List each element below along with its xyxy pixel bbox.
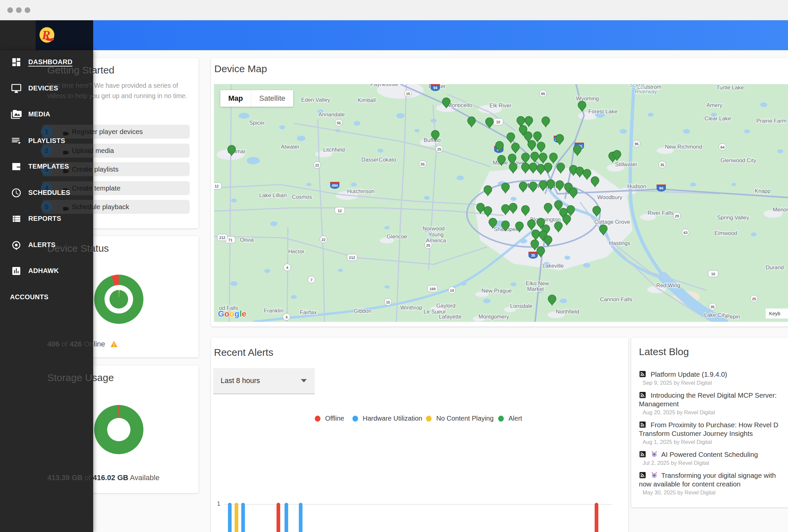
- blog-post[interactable]: Platform Update (1.9.4.0)Sep 9, 2025 by …: [639, 370, 788, 386]
- storage-usage-donut: [94, 405, 143, 454]
- state-route-shield: 7: [308, 276, 315, 283]
- blog-post-title[interactable]: From Proximity to Purchase: How Revel D: [639, 421, 788, 429]
- svg-text:169: 169: [430, 287, 436, 291]
- map-city-label: Lake City: [704, 312, 727, 318]
- chart-bar[interactable]: [277, 503, 280, 532]
- svg-text:22: 22: [321, 238, 326, 242]
- device-status-donut: [94, 275, 143, 324]
- map-city-label: Cottage Grove: [594, 219, 630, 225]
- appbar-accent-bar: [93, 20, 788, 50]
- svg-text:29: 29: [675, 214, 679, 218]
- window-dot: [16, 7, 22, 13]
- blog-post[interactable]: AI Powered Content SchedulingJul 2, 2025…: [639, 450, 788, 466]
- blog-post[interactable]: From Proximity to Purchase: How Revel DT…: [639, 421, 788, 445]
- sidebar-item-templates[interactable]: TEMPLATES: [0, 160, 93, 173]
- map-city-label: Cokato: [379, 157, 396, 163]
- blog-post-title[interactable]: Introducing the Revel Digital MCP Server…: [639, 391, 788, 400]
- blog-post-title[interactable]: AI Powered Content Scheduling: [639, 450, 788, 459]
- sidebar-item-label: DEVICES: [28, 84, 58, 92]
- state-route-shield: 95: [633, 140, 640, 147]
- map-city-label: Market: [527, 286, 544, 292]
- us-route-shield: 12: [335, 207, 345, 214]
- interstate-shield: 494: [330, 182, 339, 189]
- svg-text:55: 55: [337, 121, 341, 125]
- us-route-shield: 12: [214, 183, 222, 189]
- sidebar-item-playlists[interactable]: PLAYLISTS: [0, 134, 93, 148]
- sidebar-item-alerts[interactable]: ALERTS: [0, 239, 93, 252]
- svg-text:15: 15: [406, 92, 410, 96]
- appbar-left-segment: [0, 20, 36, 50]
- state-route-shield: 22: [320, 236, 327, 243]
- us-route-shield: 212: [347, 254, 357, 261]
- nav-menu: DASHBOARDDEVICESMEDIAPLAYLISTSTEMPLATESS…: [0, 50, 93, 532]
- us-route-shield: 10: [493, 118, 503, 125]
- alerts-icon: [11, 240, 22, 250]
- state-route-shield: 35: [709, 303, 716, 310]
- sidebar-item-devices[interactable]: DEVICES: [0, 82, 93, 95]
- svg-text:10: 10: [496, 120, 500, 124]
- revel-digital-dashboard: R Getting Started First time here? We ha…: [0, 0, 788, 532]
- rss-icon: [639, 451, 646, 458]
- templates-icon: [11, 161, 22, 172]
- map-water-label: Scenic: [629, 84, 646, 88]
- chart-bar[interactable]: [228, 503, 232, 532]
- blog-post-list: Platform Update (1.9.4.0)Sep 9, 2025 by …: [639, 370, 788, 501]
- map-city-label: Northfield: [556, 309, 579, 314]
- device-map-card: Device Map BeckerPaynesvilleMonticelloEl…: [211, 58, 788, 327]
- map-city-label: Paynesville: [370, 84, 398, 87]
- state-route-shield: 55: [419, 161, 426, 168]
- state-route-shield: 22: [313, 162, 321, 168]
- robot-icon: [651, 471, 658, 479]
- playlists-icon: [11, 136, 22, 146]
- chart-bar[interactable]: [235, 503, 238, 532]
- nav-drawer: Getting Started First time here? We have…: [0, 50, 93, 532]
- sidebar-item-label: REPORTS: [28, 215, 61, 222]
- map-city-label: Monticello: [447, 102, 472, 108]
- us-route-shield: 212: [217, 234, 227, 241]
- media-icon: [11, 109, 22, 120]
- storage-total: 416.02 GB: [93, 473, 128, 482]
- chart-bar[interactable]: [299, 503, 302, 532]
- map-city-label: Prairie Farm: [756, 118, 787, 124]
- map-city-label: Buffalo: [423, 137, 440, 143]
- svg-text:25: 25: [426, 243, 430, 247]
- sidebar-item-label: DASHBOARD: [28, 58, 73, 66]
- chart-bar[interactable]: [284, 503, 288, 532]
- map-canvas[interactable]: BeckerPaynesvilleMonticelloElk RiverWyom…: [214, 84, 788, 322]
- blog-post-title[interactable]: Platform Update (1.9.4.0): [639, 370, 788, 379]
- chart-bar[interactable]: [595, 503, 598, 532]
- sidebar-item-label: ADHAWK: [28, 267, 59, 275]
- devices-icon: [11, 83, 22, 94]
- sidebar-item-accounts[interactable]: ACCOUNTS: [0, 291, 93, 304]
- sidebar-item-adhawk[interactable]: ADHAWK: [0, 264, 93, 278]
- svg-text:15: 15: [386, 300, 390, 304]
- chart-bar[interactable]: [241, 503, 245, 532]
- svg-text:35: 35: [531, 253, 535, 257]
- schedules-icon: [11, 187, 22, 198]
- blog-post[interactable]: Transforming your digital signage withno…: [639, 471, 788, 496]
- svg-text:12: 12: [215, 184, 219, 188]
- map-city-label: Fairfax: [300, 309, 317, 315]
- svg-text:212: 212: [349, 256, 355, 260]
- sidebar-item-reports[interactable]: REPORTS: [0, 212, 93, 225]
- map-city-label: Spicer: [249, 120, 265, 126]
- sidebar-item-dashboard[interactable]: DASHBOARD: [0, 56, 93, 69]
- map-city-label: Winthrop: [400, 305, 422, 310]
- map-button[interactable]: Map: [220, 90, 251, 107]
- map-city-label: Lonsdale: [510, 303, 532, 309]
- keyboard-shortcuts-button[interactable]: Keyb: [766, 309, 788, 319]
- svg-text:10: 10: [711, 272, 715, 276]
- state-route-shield: 55: [335, 119, 342, 126]
- map-city-label: Turtle Lake: [716, 84, 744, 90]
- map-city-label: Wyoming: [576, 96, 599, 101]
- map-city-label: Lake Lillian: [259, 192, 287, 198]
- blog-post[interactable]: Introducing the Revel Digital MCP Server…: [639, 391, 788, 416]
- sidebar-item-media[interactable]: MEDIA: [0, 108, 93, 121]
- sidebar-item-schedules[interactable]: SCHEDULES: [0, 186, 93, 200]
- satellite-button[interactable]: Satellite: [251, 90, 293, 107]
- donut-inner-disc: [110, 290, 128, 309]
- svg-text:35: 35: [660, 163, 664, 167]
- blog-post-title[interactable]: Transforming your digital signage with: [639, 471, 788, 480]
- us-route-shield: 10: [708, 270, 718, 277]
- map-city-label: Clear Lake: [705, 115, 731, 121]
